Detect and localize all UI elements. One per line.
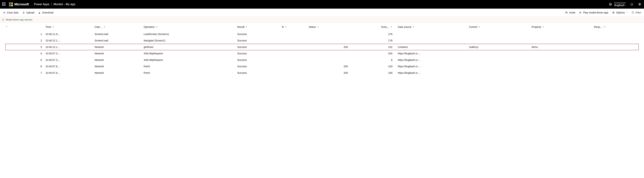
chevron-down-icon <box>390 26 392 28</box>
col-time[interactable]: Time <box>46 23 94 31</box>
col-expand[interactable] <box>6 23 23 31</box>
col-response[interactable]: Resp… <box>594 23 638 31</box>
col-category[interactable]: Cate… <box>94 23 144 31</box>
col-control[interactable]: Control <box>469 23 532 31</box>
row-expand[interactable] <box>6 31 23 37</box>
chevron-down-icon <box>156 26 158 28</box>
row-expand[interactable] <box>6 50 23 57</box>
cell-control <box>469 37 532 44</box>
cell-time: 10:40:07.3… <box>46 50 94 57</box>
app-launcher-icon[interactable] <box>2 2 6 6</box>
col-property[interactable]: Property <box>532 23 594 31</box>
cell-datasource: Contacts <box>398 44 469 50</box>
cell-operation: getRows <box>144 44 237 50</box>
cell-index: 5 <box>23 57 46 63</box>
chevron-down-icon <box>604 26 606 28</box>
table-row[interactable]: 210:40:12.1…ScreenLoadNavigate (Screen1)… <box>6 37 638 44</box>
cell-datasource: https://bugbash.cr… <box>398 70 469 76</box>
col-status[interactable]: Status <box>308 23 353 31</box>
cell-property <box>532 63 594 70</box>
cell-duration: 152 <box>353 44 398 50</box>
table-row[interactable]: 310:40:12.1…NetworkgetRowsSuccess200152C… <box>6 44 638 50</box>
cell-index: 1 <box>23 31 46 37</box>
cell-property <box>532 57 594 63</box>
row-expand[interactable] <box>6 37 23 44</box>
cell-r <box>282 44 308 50</box>
cell-duration: 190 <box>353 70 398 76</box>
chevron-down-icon <box>52 26 54 28</box>
cell-control <box>469 50 532 57</box>
row-expand[interactable] <box>6 63 23 70</box>
col-duration[interactable]: Dura… <box>353 23 398 31</box>
breadcrumb-page: Monitor - My app <box>54 3 75 6</box>
cell-result: Success <box>237 63 282 70</box>
cell-result: Success <box>237 57 282 63</box>
clear-data-button[interactable]: Clear data <box>3 11 18 14</box>
chevron-down-icon <box>285 26 287 28</box>
table-row[interactable]: 110:40:11.9…ScreenLoadLoadScreen (Screen… <box>6 31 638 37</box>
settings-gear-icon[interactable] <box>638 2 642 6</box>
cell-time: 10:40:07.9… <box>46 70 94 76</box>
col-operation[interactable]: Operation <box>144 23 237 31</box>
svg-point-3 <box>566 12 567 12</box>
cell-r <box>282 50 308 57</box>
session-bar: Model-driven app session <box>0 16 644 23</box>
cell-operation: Fetch <box>144 70 237 76</box>
cell-index: 6 <box>23 63 46 70</box>
cell-property <box>532 37 594 44</box>
cell-r <box>282 57 308 63</box>
table-header-row: Time Cate… Operation Result R Status Dur… <box>6 23 638 31</box>
col-datasource[interactable]: Data source <box>398 23 469 31</box>
cell-result: Success <box>237 70 282 76</box>
play-button[interactable]: Play model-driven app <box>579 11 608 14</box>
options-button[interactable]: Options <box>612 11 628 14</box>
cell-response <box>594 37 638 44</box>
cell-response <box>594 63 638 70</box>
session-label: Model-driven app session <box>6 18 32 21</box>
breadcrumb: Power Apps | Monitor - My app <box>34 3 75 6</box>
row-expand[interactable] <box>6 57 23 63</box>
cell-time: 10:40:07.8… <box>46 63 94 70</box>
notifications-icon[interactable] <box>630 2 634 6</box>
microsoft-logo[interactable]: Microsoft <box>9 2 29 6</box>
cell-r <box>282 37 308 44</box>
svg-point-2 <box>639 4 640 5</box>
col-index <box>23 23 46 31</box>
filter-button[interactable]: Filter <box>632 11 641 14</box>
col-result[interactable]: Result <box>237 23 282 31</box>
upload-button[interactable]: Upload <box>22 11 34 14</box>
invite-button[interactable]: Invite <box>565 11 575 14</box>
environment-picker[interactable]: Environment BugBash - <box>608 2 626 7</box>
command-bar: Clear data Upload Download Invite Play m… <box>0 8 644 16</box>
row-expand[interactable] <box>6 44 23 50</box>
table-row[interactable]: 510:40:07.3…NetworkXMLHttpRequestSuccess… <box>6 57 638 63</box>
cell-control <box>469 31 532 37</box>
cell-duration: 276 <box>353 31 398 37</box>
cell-r <box>282 70 308 76</box>
download-button[interactable]: Download <box>38 11 53 14</box>
row-expand[interactable] <box>6 70 23 76</box>
download-label: Download <box>42 11 53 14</box>
cell-property <box>532 31 594 37</box>
cell-operation: Fetch <box>144 63 237 70</box>
chevron-down-icon <box>626 12 628 14</box>
svg-point-4 <box>632 12 634 13</box>
chevron-down-icon <box>412 26 414 28</box>
breadcrumb-app[interactable]: Power Apps <box>34 3 49 6</box>
cell-operation: XMLHttpRequest <box>144 57 237 63</box>
microsoft-logo-text: Microsoft <box>14 2 29 6</box>
cell-control <box>469 63 532 70</box>
table-row[interactable]: 410:40:07.3…NetworkXMLHttpRequestSuccess… <box>6 50 638 57</box>
col-r[interactable]: R <box>282 23 308 31</box>
cell-duration: 193 <box>353 63 398 70</box>
table-row[interactable]: 610:40:07.8…NetworkFetchSuccess200193htt… <box>6 63 638 70</box>
cell-response <box>594 44 638 50</box>
cell-datasource: https://bugbash.cr… <box>398 50 469 57</box>
chevron-down-icon <box>478 26 480 28</box>
chevron-down-icon <box>246 26 248 28</box>
cell-index: 2 <box>23 37 46 44</box>
cell-response <box>594 70 638 76</box>
table-row[interactable]: 710:40:07.9…NetworkFetchSuccess200190htt… <box>6 70 638 76</box>
invite-label: Invite <box>569 11 575 14</box>
chevron-down-icon <box>542 26 544 28</box>
